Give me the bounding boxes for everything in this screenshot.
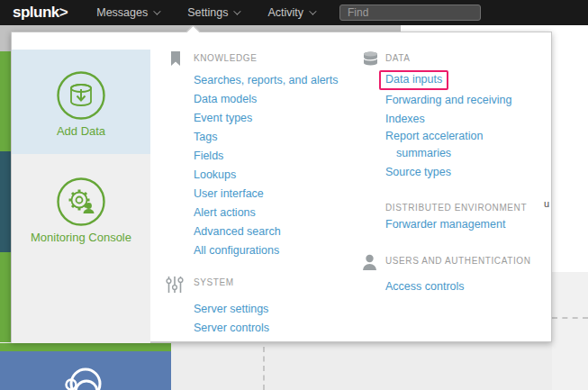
page-edge-green-top	[0, 51, 11, 151]
section-title: DATA	[385, 50, 411, 63]
users-links: Access controls	[385, 277, 547, 295]
menu-column-knowledge-system: KNOWLEDGE Searches, reports, and alerts …	[170, 50, 355, 337]
dashboard-dashed-divider-horizontal	[552, 317, 588, 319]
menu-link-fields[interactable]: Fields	[194, 150, 223, 162]
section-title: USERS AND AUTHENTICATION	[385, 253, 530, 266]
page-edge-green-bottom	[0, 252, 11, 351]
menu-link-alert-actions[interactable]: Alert actions	[194, 206, 256, 219]
section-system-header: SYSTEM	[166, 275, 355, 297]
menu-link-all-configurations[interactable]: All configurations	[194, 244, 279, 257]
app-tile-blue[interactable]	[0, 351, 171, 390]
chevron-down-icon	[153, 7, 160, 14]
sidebar-item-label: Add Data	[12, 124, 150, 138]
background-text-fragment: u	[544, 198, 549, 209]
menu-link-indexes[interactable]: Indexes	[385, 113, 425, 125]
menu-link-advanced-search[interactable]: Advanced search	[194, 225, 281, 238]
menu-link-data-models[interactable]: Data models	[194, 93, 257, 105]
app-tile-circles-icon	[50, 365, 113, 390]
page-right-area	[552, 272, 588, 390]
page-edge-gray	[0, 25, 11, 51]
person-icon	[362, 253, 385, 275]
top-nav-bar: splunk> Messages Settings Activity	[0, 0, 588, 25]
data-links: Data inputs Forwarding and receiving Ind…	[385, 69, 547, 181]
logo-caret: >	[59, 4, 68, 21]
menu-column-data-users: DATA Data inputs Forwarding and receivin…	[362, 50, 547, 295]
nav-menu-settings[interactable]: Settings	[187, 6, 239, 19]
distributed-links: Forwarder management	[385, 214, 547, 233]
section-knowledge-header: KNOWLEDGE	[170, 50, 355, 70]
section-data-header: DATA	[362, 50, 547, 69]
app-tile-green-edge	[0, 343, 171, 351]
sidebar-item-monitoring-console[interactable]: Monitoring Console	[12, 154, 150, 343]
section-distributed-header: DISTRIBUTED ENVIRONMENT	[362, 200, 547, 213]
nav-menu-activity[interactable]: Activity	[267, 6, 314, 19]
spacer	[362, 200, 385, 201]
knowledge-links: Searches, reports, and alerts Data model…	[194, 70, 355, 259]
sidebar-item-label: Monitoring Console	[12, 231, 150, 244]
menu-link-searches-reports-alerts[interactable]: Searches, reports, and alerts	[194, 74, 339, 86]
splunk-logo[interactable]: splunk>	[13, 4, 68, 22]
menu-link-lookups[interactable]: Lookups	[194, 168, 236, 181]
menu-link-access-controls[interactable]: Access controls	[385, 280, 465, 293]
menu-link-source-types[interactable]: Source types	[385, 166, 451, 178]
menu-link-server-settings[interactable]: Server settings	[194, 303, 268, 315]
sliders-icon	[166, 275, 194, 297]
monitoring-console-icon	[56, 177, 106, 227]
section-title: SYSTEM	[194, 275, 234, 287]
section-title: DISTRIBUTED ENVIRONMENT	[385, 200, 527, 213]
sidebar-item-add-data[interactable]: Add Data	[12, 50, 150, 154]
splunk-app-window: u splunk> Messages Settings Activity Add…	[0, 0, 588, 390]
nav-menu-messages[interactable]: Messages	[96, 6, 158, 19]
chevron-down-icon	[309, 7, 316, 14]
section-title: KNOWLEDGE	[194, 50, 257, 63]
chevron-down-icon	[234, 7, 241, 14]
add-data-icon	[56, 70, 106, 121]
dashboard-dashed-divider-vertical	[263, 347, 265, 390]
menu-link-forwarding-receiving[interactable]: Forwarding and receiving	[385, 94, 511, 106]
find-search-input[interactable]	[339, 5, 481, 21]
system-links: Server settings Server controls	[194, 299, 355, 337]
section-users-header: USERS AND AUTHENTICATION	[362, 253, 547, 275]
data-inputs-highlight-box: Data inputs	[379, 70, 448, 90]
menu-link-data-inputs[interactable]: Data inputs	[385, 73, 448, 86]
menu-link-server-controls[interactable]: Server controls	[194, 322, 269, 334]
menu-link-tags[interactable]: Tags	[194, 131, 217, 143]
bookmark-icon	[170, 50, 194, 70]
database-icon	[362, 50, 385, 69]
menu-link-user-interface[interactable]: User interface	[194, 187, 264, 200]
page-edge-teal	[0, 151, 11, 252]
menu-link-report-acceleration-summaries[interactable]: Report acceleration summaries	[385, 128, 492, 162]
menu-link-event-types[interactable]: Event types	[194, 112, 252, 124]
menu-link-forwarder-management[interactable]: Forwarder management	[385, 218, 505, 231]
settings-dropdown-panel: Add Data Monitoring Console	[11, 32, 552, 342]
